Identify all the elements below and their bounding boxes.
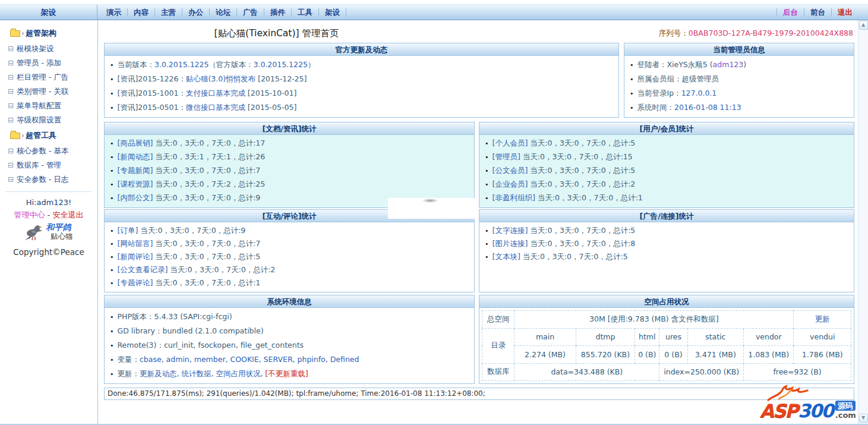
link[interactable]: cbase, admin, member, COOKIE, SERVER, ph… [140, 355, 359, 364]
link[interactable]: 3.0.2015.1225 [154, 60, 209, 69]
link[interactable]: [商品展销] [118, 138, 153, 147]
db-free-size: free=932 (B) [744, 363, 851, 381]
bullet-icon: • [110, 240, 114, 248]
text-segment: 当天:0，3天:0，7天:0，总计:17 [153, 138, 265, 147]
list-item: •系统时间：2016-01-08 11:13 [630, 100, 849, 115]
panel-header: [广告/连接]统计 [479, 210, 854, 222]
dir-size: 1.786 (MB) [794, 346, 851, 364]
link[interactable]: [网站留言] [118, 239, 153, 248]
text-segment: 更新： [118, 369, 140, 378]
link[interactable]: [课程资源] [118, 180, 153, 188]
link[interactable]: 空间占用状况 [216, 369, 260, 378]
peace-dove-caption: 和平鸽 [46, 223, 73, 232]
list-item: •[专题评论] 当天:0，3天:0，7天:0，总计:1 [110, 276, 469, 289]
link[interactable]: [个人会员] [493, 138, 528, 147]
sidebar-group[interactable]: ›超管工具 [0, 127, 97, 144]
bullet-icon: • [110, 313, 114, 321]
top-right-link[interactable]: 退出 [831, 8, 858, 16]
link[interactable]: [订单] [118, 226, 138, 235]
bullet-icon: • [110, 328, 114, 335]
dir-name: vendui [794, 328, 851, 346]
link[interactable]: [不更新重载] [265, 369, 308, 378]
sidebar-item[interactable]: ⊟等级权限设置 [0, 113, 97, 127]
top-menu-item[interactable]: 广告 [237, 8, 264, 16]
text-segment: 当天:0，3天:0，7天:0，总计:2 [528, 180, 635, 188]
link[interactable]: 贴心猫(3.0)悄悄发布 [186, 74, 255, 83]
link[interactable]: adm123 [713, 60, 744, 69]
sidebar-footer: Hi:adm123! 管理中心 - 安全退出 [5, 191, 92, 257]
vertical-scrollbar[interactable]: ▲ ▼ [858, 20, 868, 424]
db-index-size: index=250.000 (KB) [659, 363, 744, 381]
bullet-icon: • [485, 167, 489, 175]
sidebar-item[interactable]: ⊟类别管理 - 关联 [0, 84, 97, 99]
sidebar-item[interactable]: ⊟安全参数 - 日志 [0, 172, 97, 187]
top-menu-item[interactable]: 演示 [100, 8, 128, 16]
sidebar-item[interactable]: ⊟核心参数 - 基本 [0, 144, 97, 158]
panel-body: •[商品展销] 当天:0，3天:0，7天:0，总计:17•[新闻动态] 当天:0… [105, 135, 474, 207]
link[interactable]: 127.0.0.1 [681, 89, 717, 97]
link[interactable]: 3.0.2015.1225 [253, 60, 307, 69]
safe-logout-link[interactable]: 安全退出 [52, 210, 83, 219]
top-menu-item[interactable]: 内容 [128, 8, 155, 16]
link[interactable]: [非盈利组织] [493, 193, 535, 202]
bullet-icon: • [110, 253, 114, 261]
sidebar-item[interactable]: ⊟管理员 - 添加 [0, 56, 97, 70]
tree-collapse-icon: ⊟ [8, 117, 14, 124]
link[interactable]: [管理员] [493, 152, 520, 161]
link[interactable]: [内部公文] [118, 193, 153, 202]
link[interactable]: [公文会员] [493, 166, 528, 175]
tree-collapse-icon: ⊟ [8, 176, 14, 183]
list-item: •[公文查看记录] 当天:0，3天:0，7天:0，总计:2 [110, 263, 469, 276]
text-segment: 当天:0，3天:0，7天:0，总计:7 [153, 239, 260, 248]
link[interactable]: [新闻评论] [118, 252, 153, 261]
top-menu-item[interactable]: 论坛 [210, 8, 237, 16]
top-menu-item[interactable]: 架设 [319, 8, 346, 16]
bullet-icon: • [485, 253, 489, 261]
link[interactable]: [公文查看记录] [118, 265, 168, 274]
link[interactable]: [新闻动态] [118, 152, 153, 161]
sidebar-item-label: 管理员 - 添加 [17, 58, 61, 68]
top-menu-item[interactable]: 主营 [155, 8, 182, 16]
sidebar-item-label: 菜单导航配置 [17, 101, 61, 111]
bullet-icon: • [110, 356, 114, 364]
top-menu-item[interactable]: 工具 [292, 8, 319, 16]
link[interactable]: [图片连接] [493, 239, 528, 248]
text-segment: 当天:0，3天:1，7天:1，总计:26 [153, 152, 265, 161]
link[interactable]: 微信接口基本完成 [186, 103, 245, 112]
bullet-icon: • [110, 104, 114, 112]
sidebar-item-label: 数据库 - 管理 [17, 160, 61, 170]
sidebar-item[interactable]: ⊟栏目管理 - 广告 [0, 70, 97, 84]
list-item: •[订单] 当天:0，3天:0，7天:0，总计:9 [110, 224, 469, 237]
text-segment: 当前版本： [118, 60, 155, 69]
bullet-icon: • [110, 342, 114, 350]
management-center-link[interactable]: 管理中心 [14, 210, 45, 219]
scroll-up-icon[interactable]: ▲ [859, 21, 868, 30]
top-menu-item[interactable]: 插件 [264, 8, 292, 16]
dir-label: 目录 [482, 328, 515, 363]
link[interactable]: [文本块] [493, 252, 520, 261]
list-item: •GD library：bundled (2.1.0 compatible) [110, 324, 469, 338]
asp300-logo: ASP 300 源码 .com [760, 386, 866, 424]
dir-name: vendor [744, 328, 794, 346]
link[interactable]: [专题评论] [118, 278, 153, 287]
db-label: 数据库 [482, 363, 515, 381]
top-menu-item[interactable]: 办公 [182, 8, 210, 16]
sidebar-group[interactable]: ›超管架构 [0, 25, 97, 42]
link[interactable]: [专题新闻] [118, 166, 153, 175]
list-item: •[资讯]2015-1001：支付接口基本完成 [2015-10-01] [110, 86, 614, 100]
sidebar-item[interactable]: ⊟菜单导航配置 [0, 99, 97, 113]
list-item: •登陆者：XieYS永顺5 (adm123) [630, 58, 849, 72]
link[interactable]: 更新及动态 [140, 369, 177, 378]
top-right-link[interactable]: 前台 [804, 8, 831, 16]
link[interactable]: [企业会员] [493, 180, 528, 188]
link[interactable]: 2016-01-08 11:13 [674, 103, 741, 112]
top-right-link[interactable]: 后台 [777, 8, 804, 16]
sidebar-item[interactable]: ⊟根模块架设 [0, 42, 97, 56]
link[interactable]: 统计数据 [181, 369, 211, 378]
link[interactable]: [文字连接] [493, 226, 528, 235]
link[interactable]: 支付接口基本完成 [186, 89, 245, 97]
dir-size: 855.720 (KB) [576, 346, 635, 364]
refresh-link[interactable]: 更新 [794, 311, 851, 329]
sidebar-item[interactable]: ⊟数据库 - 管理 [0, 158, 97, 172]
panel-official-updates: 官方更新及动态 •当前版本：3.0.2015.1225（官方版本：3.0.201… [104, 43, 619, 118]
